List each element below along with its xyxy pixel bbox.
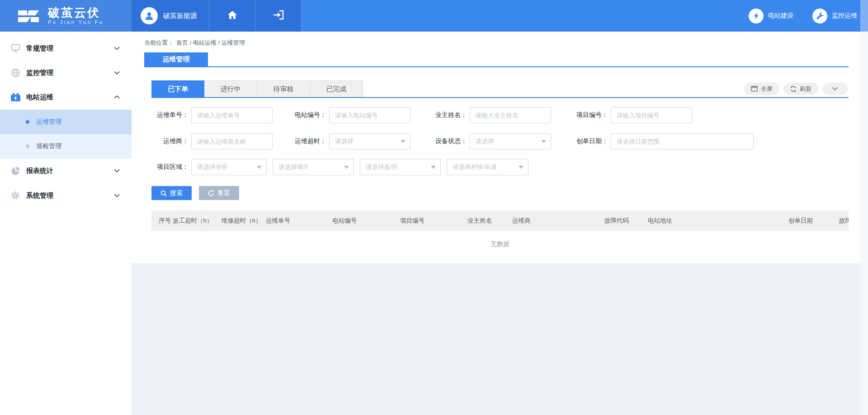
logout-button[interactable]	[255, 0, 302, 32]
login-arrow-icon	[273, 10, 284, 22]
field-label: 运维商：	[151, 137, 189, 145]
monitor-icon	[10, 43, 21, 53]
person-icon	[144, 10, 155, 21]
header-right-nav: 电站建设 监控运维	[749, 0, 857, 32]
brand-logo: 破茧云伏 Po Jian Yun Fu	[0, 0, 132, 32]
station-no-input[interactable]	[329, 107, 410, 123]
collapse-button[interactable]	[822, 83, 848, 95]
header-user-section[interactable]: 破茧新能源	[132, 0, 209, 32]
tab-completed[interactable]: 已完成	[310, 80, 363, 98]
chevron-down-icon	[114, 194, 120, 197]
create-date-range-input[interactable]	[611, 133, 754, 149]
field-label: 电站编号：	[289, 111, 326, 119]
sidebar-item-label: 常规管理	[26, 44, 114, 53]
chevron-down-icon	[114, 169, 120, 173]
page-tab-underline	[144, 66, 849, 67]
reset-button[interactable]: 重置	[199, 186, 239, 200]
ops-vendor-input[interactable]	[191, 133, 273, 149]
sidebar-item-monitoring-management[interactable]: 监控管理	[0, 61, 132, 85]
search-label: 搜索	[170, 189, 183, 197]
bullet-icon	[26, 145, 29, 148]
column-header: 电站地址	[648, 217, 788, 225]
logo-mark-icon	[17, 6, 41, 26]
refresh-label: 刷新	[800, 85, 811, 93]
chevron-down-icon	[114, 71, 120, 75]
wrench-icon	[816, 12, 824, 20]
field-label: 运维超时：	[289, 137, 326, 145]
nav-station-construction[interactable]: 电站建设	[749, 9, 793, 23]
field-label: 项目区域：	[151, 163, 189, 171]
sidebar-item-label: 报表统计	[26, 167, 114, 175]
table-empty-state: 无数据	[151, 231, 849, 257]
search-button[interactable]: 搜索	[151, 186, 192, 200]
tab-in-progress[interactable]: 进行中	[204, 80, 257, 98]
column-header: 运维单号	[266, 217, 332, 225]
nav-monitoring-ops[interactable]: 监控运维	[812, 9, 857, 23]
town-select[interactable]: 请选择村镇/街道	[447, 159, 528, 175]
gear-icon	[10, 191, 21, 201]
table-header-row: 序号 派工超时（h） 维修超时（h） 运维单号 电站编号 项目编号 业主姓名 运…	[151, 210, 849, 231]
sidebar-item-general-management[interactable]: 常规管理	[0, 36, 132, 61]
home-button[interactable]	[209, 0, 255, 32]
field-label: 创单日期：	[571, 137, 608, 145]
ops-timeout-select[interactable]: 请选择	[329, 133, 410, 149]
search-icon	[160, 190, 167, 196]
sidebar-item-station-ops[interactable]: 电站运维	[0, 85, 132, 109]
filter-row-1: 运维单号： 电站编号： 业主姓名： 项目编号：	[151, 107, 849, 123]
chevron-up-icon	[114, 95, 120, 99]
city-select[interactable]: 请选择城市	[273, 159, 354, 175]
refresh-button[interactable]: 刷新	[783, 83, 818, 95]
chevron-down-icon	[114, 47, 120, 50]
filter-row-2: 运维商： 运维超时： 请选择 设备状态： 请选择	[151, 133, 849, 149]
fullscreen-button[interactable]: 全屏	[744, 83, 779, 95]
ops-panel: 已下单 进行中 待审核 已完成 全屏	[151, 80, 849, 261]
device-status-select[interactable]: 请选择	[470, 133, 551, 149]
home-icon	[227, 10, 238, 22]
project-no-input[interactable]	[611, 107, 692, 123]
reset-label: 重置	[217, 189, 230, 197]
pie-chart-icon	[10, 166, 21, 176]
page-scrollbar[interactable]	[860, 32, 868, 415]
column-header: 故障代码	[604, 217, 648, 225]
sidebar-item-report-statistics[interactable]: 报表统计	[0, 159, 132, 183]
scrollbar-header-cap	[860, 0, 868, 32]
column-header: 运维商	[512, 217, 604, 225]
column-header: 创单日期	[788, 217, 839, 225]
fullscreen-label: 全屏	[761, 85, 773, 93]
column-header: 项目编号	[400, 217, 467, 225]
sidebar-item-inspection-management[interactable]: 巡检管理	[0, 134, 132, 159]
tab-pending-review[interactable]: 待审核	[257, 80, 310, 98]
tab-ordered[interactable]: 已下单	[151, 80, 204, 98]
user-avatar	[141, 7, 158, 24]
header-user-name: 破茧新能源	[163, 12, 197, 20]
globe-icon	[10, 68, 21, 78]
top-header: 破茧云伏 Po Jian Yun Fu 破茧新能源	[0, 0, 868, 32]
main-content: 当前位置：首页 / 电站运维 / 运维管理 运维管理 已下单 进行中 待审核 已…	[132, 32, 868, 415]
breadcrumb: 当前位置：首页 / 电站运维 / 运维管理	[144, 39, 245, 47]
county-select[interactable]: 请选择县/区	[360, 159, 441, 175]
field-label: 业主姓名：	[430, 111, 467, 119]
brand-title: 破茧云伏	[48, 6, 104, 19]
owner-name-input[interactable]	[470, 107, 551, 123]
column-header: 派工超时（h）	[173, 217, 222, 225]
chevron-down-icon	[832, 87, 838, 91]
sidebar: 常规管理 监控管理	[0, 32, 132, 415]
ops-order-no-input[interactable]	[191, 107, 273, 123]
nav-label: 监控运维	[832, 12, 857, 20]
refresh-icon	[790, 86, 797, 92]
reset-icon	[208, 190, 214, 196]
app-window: 破茧云伏 Po Jian Yun Fu 破茧新能源	[0, 0, 868, 415]
panel-toolbar: 全屏 刷新	[744, 83, 848, 95]
caret-down-icon	[519, 166, 524, 169]
caret-down-icon	[401, 140, 406, 143]
caret-down-icon	[431, 166, 436, 169]
province-select[interactable]: 请选择省份	[191, 159, 267, 175]
page-tab-ops-management[interactable]: 运维管理	[144, 52, 208, 66]
lightning-icon	[752, 12, 760, 20]
column-header: 序号	[159, 217, 173, 225]
breadcrumb-label: 当前位置：	[144, 39, 174, 46]
sidebar-submenu: 运维管理 巡检管理	[0, 110, 132, 159]
sidebar-item-label: 系统管理	[26, 191, 114, 200]
sidebar-item-ops-management[interactable]: 运维管理	[0, 110, 132, 134]
sidebar-item-system-management[interactable]: 系统管理	[0, 183, 132, 208]
